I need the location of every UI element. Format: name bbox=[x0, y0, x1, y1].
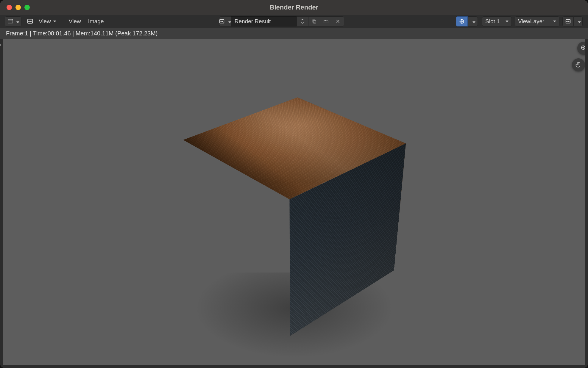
render-viewport[interactable] bbox=[3, 39, 585, 365]
zoom-window-button[interactable] bbox=[24, 5, 30, 10]
image-editor-icon bbox=[7, 18, 14, 25]
render-pass-dropdown[interactable] bbox=[468, 16, 478, 26]
chevron-down-icon bbox=[470, 18, 475, 25]
slot-label: Slot 1 bbox=[485, 18, 500, 25]
close-window-button[interactable] bbox=[7, 5, 12, 10]
chevron-down-icon bbox=[226, 18, 231, 25]
editor-type-dropdown[interactable] bbox=[5, 16, 21, 26]
titlebar: Blender Render bbox=[0, 0, 588, 15]
slot-dropdown[interactable]: Slot 1 bbox=[482, 16, 512, 26]
shading-group bbox=[456, 16, 478, 26]
render-window: Blender Render View View Image bbox=[0, 0, 588, 368]
render-pass-button[interactable] bbox=[456, 16, 468, 26]
duplicate-icon bbox=[311, 18, 318, 25]
view-menu-2-label: View bbox=[69, 18, 81, 25]
viewport-area: › bbox=[0, 39, 588, 368]
image-editor-header: View View Image Render Result bbox=[0, 15, 588, 28]
zoom-button[interactable] bbox=[577, 42, 585, 55]
view-menu-2[interactable]: View bbox=[65, 16, 85, 26]
unlink-image-button[interactable] bbox=[332, 16, 344, 26]
pan-button[interactable] bbox=[572, 58, 585, 71]
image-icon bbox=[219, 18, 225, 25]
magnify-plus-icon bbox=[580, 45, 585, 52]
render-info-bar: Frame:1 | Time:00:01.46 | Mem:140.11M (P… bbox=[0, 28, 588, 39]
view-menu[interactable]: View bbox=[35, 16, 60, 26]
chevron-down-icon bbox=[14, 18, 19, 25]
image-icon bbox=[26, 18, 34, 25]
new-image-button[interactable] bbox=[308, 16, 320, 26]
window-controls bbox=[0, 5, 30, 10]
viewlayer-label: ViewLayer bbox=[518, 18, 544, 25]
view-menu-label: View bbox=[39, 18, 51, 25]
toolbar-expand-handle[interactable]: › bbox=[0, 41, 1, 48]
display-channels-dropdown[interactable] bbox=[574, 16, 583, 26]
globe-icon bbox=[458, 18, 465, 25]
image-menu-label: Image bbox=[88, 18, 104, 25]
svg-rect-3 bbox=[313, 21, 316, 23]
open-image-button[interactable] bbox=[320, 16, 332, 26]
display-channels-button[interactable] bbox=[562, 16, 574, 26]
folder-icon bbox=[322, 18, 330, 25]
svg-rect-0 bbox=[8, 19, 13, 23]
image-name-field[interactable]: Render Result bbox=[231, 16, 297, 26]
rendered-scene bbox=[294, 209, 294, 209]
image-menu[interactable]: Image bbox=[85, 16, 107, 26]
chevron-down-icon bbox=[575, 18, 581, 25]
fake-user-button[interactable] bbox=[297, 16, 308, 26]
image-name-value: Render Result bbox=[235, 18, 271, 25]
svg-rect-4 bbox=[312, 20, 315, 22]
hand-icon bbox=[575, 61, 582, 68]
image-datablock-group: Render Result bbox=[219, 16, 344, 26]
shield-icon bbox=[299, 18, 306, 25]
window-title: Blender Render bbox=[0, 4, 588, 11]
mode-dropdown[interactable] bbox=[25, 16, 35, 26]
close-icon bbox=[334, 18, 341, 25]
browse-image-dropdown[interactable] bbox=[219, 16, 231, 26]
display-channels-group bbox=[562, 16, 583, 26]
minimize-window-button[interactable] bbox=[15, 5, 21, 10]
render-status-text: Frame:1 | Time:00:01.46 | Mem:140.11M (P… bbox=[6, 30, 158, 37]
image-icon bbox=[564, 18, 572, 25]
viewlayer-dropdown[interactable]: ViewLayer bbox=[515, 16, 559, 26]
